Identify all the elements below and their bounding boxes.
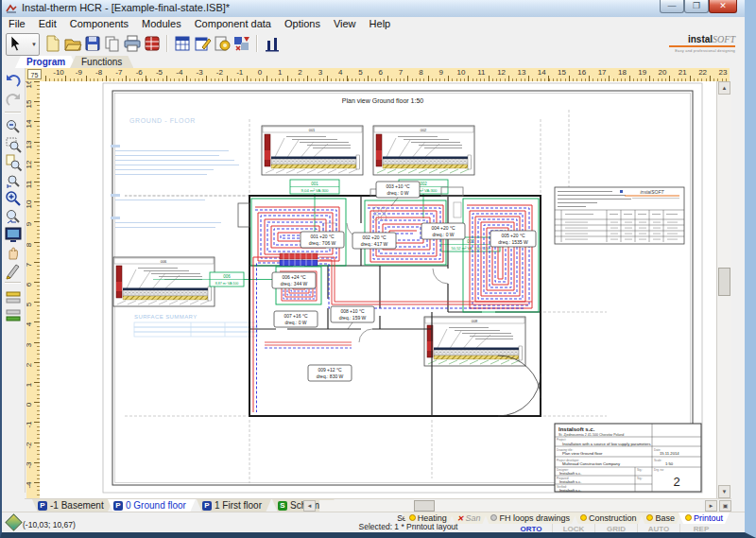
svg-text:005 +20 °C: 005 +20 °C [501,233,525,238]
svg-text:8,87 m² VA:100: 8,87 m² VA:100 [215,282,239,286]
printout-layout[interactable]: Plan view Ground floor 1:50 GROUND - FLO… [40,81,730,498]
instalsoft-logo: instalSOFT Easy and professional designi… [669,35,735,53]
zoom-out-button[interactable] [4,117,23,135]
layer-tab-san[interactable]: ✕San [451,512,488,524]
floor-tab-ground-floor[interactable]: P0 Ground floor [108,499,196,512]
redo-button[interactable] [4,91,23,109]
floor-tab-basement[interactable]: P-1 Basement [32,499,113,512]
zoom-selection-button[interactable] [4,171,23,189]
svg-text:002: 002 [420,182,427,186]
tb-date: 15.11.2014 [660,451,679,456]
svg-text:dreq.: 417 W: dreq.: 417 W [361,241,388,247]
drawing-area[interactable]: Plan view Ground floor 1:50 GROUND - FLO… [40,81,730,498]
floor-detail-008[interactable]: 008 [424,317,525,366]
maximize-button[interactable]: ❐ [684,0,709,13]
svg-text:9,04 m² VA:300: 9,04 m² VA:300 [301,188,329,193]
vertical-scroll-thumb[interactable] [718,268,730,296]
menu-edit[interactable]: Edit [32,17,63,30]
tab-scroll-left-arrow[interactable]: ◄ [303,500,316,512]
room-label-007[interactable]: 007 +16 °Cdreq.: 0 W [274,311,318,327]
floor-detail-001[interactable]: 001 [262,126,363,175]
component-data-button[interactable] [213,34,232,53]
floor-detail-006[interactable]: 006 [113,257,215,306]
room-label-002[interactable]: 002 +20 °Cdreq.: 417 W [352,233,396,249]
zoom-page-button[interactable] [4,153,23,171]
menu-help[interactable]: Help [363,17,398,30]
layer-tab-base[interactable]: Base [640,512,681,524]
tab-functions[interactable]: Functions [70,56,133,68]
new-file-button[interactable] [43,34,62,53]
zoom-window-button[interactable] [4,135,23,153]
split-view-button[interactable]: ▣ [719,500,731,512]
undo-button[interactable] [4,72,23,90]
layer-tab-heating[interactable]: Heating [403,512,454,524]
horizontal-scrollbar[interactable] [319,500,703,512]
plan-badge-icon: P [202,501,212,511]
menu-modules[interactable]: Modules [135,17,188,30]
zoom-previous-button[interactable] [4,207,23,225]
svg-text:50,52 m² VA: 100 / 150: 50,52 m² VA: 100 / 150 [452,246,491,251]
scroll-right-arrow[interactable]: ► [705,500,717,512]
toggle-grid[interactable]: GRID [594,524,637,534]
select-tool-button[interactable]: ▼ [6,33,40,56]
save-button[interactable] [83,34,102,53]
toggle-orto[interactable]: ORTO [510,524,552,534]
menu-file[interactable]: File [2,17,32,30]
title-block[interactable]: Instalsoft s.c. St. Zjednoczenia 2 41-50… [555,424,701,493]
calculation-table-button[interactable] [173,34,192,53]
room-label-005[interactable]: 005 +20 °Cdreq.: 1535 W [490,231,536,247]
ruler-origin-box[interactable]: 75 [27,69,42,79]
scroll-up-arrow[interactable]: ▲ [718,81,730,95]
full-screen-button[interactable] [4,225,23,243]
tb-number-label: Drg. no: [654,468,664,472]
open-file-button[interactable] [63,34,82,53]
menu-options[interactable]: Options [278,17,327,30]
scroll-down-arrow[interactable]: ▼ [718,485,730,498]
layer-up-button[interactable] [4,287,23,305]
zoom-in-button[interactable] [4,189,23,207]
logo-rule [669,45,735,47]
bulb-on-icon [685,514,692,521]
layer-tab-fh-loops[interactable]: FH loops drawings [484,512,576,524]
title-bar[interactable]: Instal-therm HCR - [Example-final-state.… [2,0,745,18]
print-button[interactable] [123,34,142,53]
room-label-004[interactable]: 004 +20 °Cdreq.: 0 W [421,223,465,239]
menu-component-data[interactable]: Component data [188,17,278,30]
bulb-dim-icon [490,514,497,521]
edit-table-button[interactable] [193,34,212,53]
toggle-rep[interactable]: REP [679,524,722,534]
main-toolbar: ▼ instalSOFT Easy and profess [2,32,745,57]
h-ruler: -10-9-8-7-6-5-4-3-2-10123456789101112131… [45,68,730,82]
room-label-001[interactable]: 001 +20 °Cdreq.: 706 W [301,232,344,248]
tab-program[interactable]: Program [15,56,77,68]
database-button[interactable] [143,34,162,53]
window-title: Instal-therm HCR - [Example-final-state.… [22,2,230,13]
layer-down-button[interactable] [4,305,23,323]
layer-tab-printout[interactable]: Printout [679,512,730,524]
menu-view[interactable]: View [327,17,363,30]
manifold-table[interactable]: instalSOFT [555,187,684,244]
dropdown-arrow-icon: ▼ [31,42,37,47]
pan-hand-button[interactable] [4,243,23,261]
tb-sig-label-1: Sig.: [637,468,643,472]
room-label-009[interactable]: 009 +12 °Cdreq.: 830 W [308,365,352,381]
copy-button[interactable] [103,34,122,53]
toggle-auto[interactable]: AUTO [637,524,679,534]
room-label-006[interactable]: 006 +24 °Cdreq.: 344 W [272,272,316,288]
svg-text:dreq.: 0 W: dreq.: 0 W [387,190,408,196]
minimize-button[interactable]: — [660,0,684,13]
close-button[interactable]: ✕ [709,0,737,13]
floor-tab-first-floor[interactable]: P1 First floor [197,499,271,512]
layer-tab-construction[interactable]: Construction [574,512,644,524]
toggle-lock[interactable]: LOCK [552,524,594,534]
vertical-scrollbar[interactable]: ▲ ▼ [716,81,731,498]
plan-badge-icon: P [113,501,123,511]
toolbar-separator [256,35,258,52]
menu-components[interactable]: Components [63,17,135,30]
statistics-button[interactable] [263,34,282,53]
svg-text:006: 006 [161,259,167,264]
transfer-button[interactable] [232,34,251,53]
floor-detail-002[interactable]: 002 [373,126,474,175]
horizontal-scroll-thumb[interactable] [414,500,435,512]
format-brush-button[interactable] [4,261,23,279]
